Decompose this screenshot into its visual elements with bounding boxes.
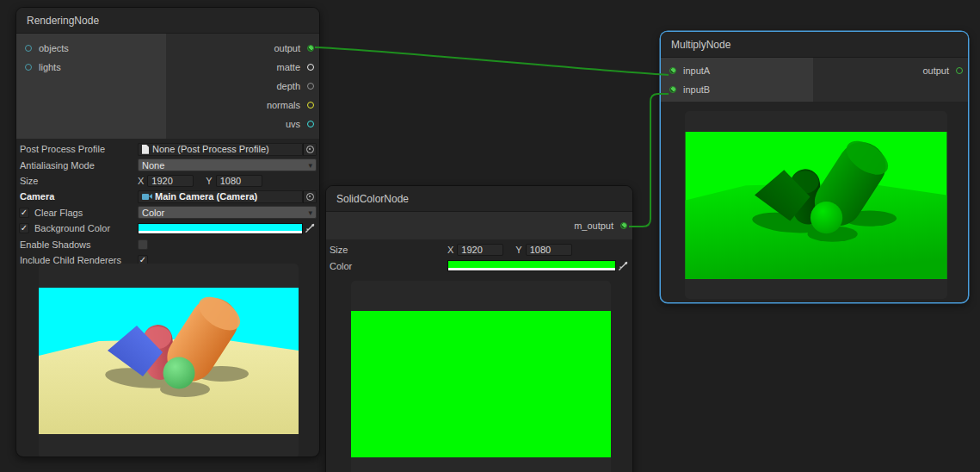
object-picker-icon xyxy=(306,146,314,153)
port-output-icon[interactable] xyxy=(307,45,314,52)
port-inputB-icon[interactable] xyxy=(669,86,676,93)
solid-size-x-input[interactable] xyxy=(457,244,503,256)
port-inputA-icon[interactable] xyxy=(669,67,676,74)
prop-background-color: ✓ Background Color xyxy=(16,220,319,236)
port-depth-icon[interactable] xyxy=(307,83,314,90)
post-process-profile-picker[interactable] xyxy=(303,143,317,156)
multiply-node-ports: inputA inputB output xyxy=(661,58,968,102)
solid-size-y-input[interactable] xyxy=(526,244,572,256)
camera-picker[interactable] xyxy=(303,190,317,203)
port-inputA[interactable]: inputA xyxy=(661,61,813,80)
camera-icon xyxy=(142,193,152,201)
prop-solid-color: Color xyxy=(326,258,632,273)
port-matte[interactable]: matte xyxy=(166,58,319,77)
background-color-checkbox[interactable]: ✓ xyxy=(19,223,29,233)
prop-clear-flags: ✓ Clear Flags Color ▾ xyxy=(16,205,319,220)
port-depth[interactable]: depth xyxy=(166,77,319,96)
multiply-node-preview xyxy=(685,111,947,299)
solid-color-ports: m_output xyxy=(326,212,632,239)
rendering-output-panel: output matte depth normals uvs xyxy=(166,34,319,139)
eyedropper-icon[interactable] xyxy=(616,260,630,272)
rendering-node-header[interactable]: RenderingNode xyxy=(16,8,319,34)
object-picker-icon xyxy=(306,193,314,201)
size-x-input[interactable] xyxy=(147,175,194,187)
port-normals-icon[interactable] xyxy=(307,102,314,109)
rendering-node-title: RenderingNode xyxy=(27,15,99,27)
chevron-down-icon: ▾ xyxy=(308,161,312,170)
solid-color-node-title: SolidColorNode xyxy=(336,193,409,205)
multiply-input-panel: inputA inputB xyxy=(661,58,813,102)
solid-color-node-preview xyxy=(351,281,611,472)
prop-post-process-profile: Post Process Profile None (Post Process … xyxy=(16,141,319,157)
prop-camera: Camera Main Camera (Camera) xyxy=(16,189,319,204)
port-lights[interactable]: lights xyxy=(16,58,166,77)
multiply-output-panel: output xyxy=(813,58,968,102)
enable-shadows-checkbox[interactable] xyxy=(138,239,148,250)
multiply-node-header[interactable]: MultiplyNode xyxy=(661,32,968,58)
solid-color-properties: Size X Y Color xyxy=(326,239,632,274)
rendering-node[interactable]: RenderingNode objects lights output xyxy=(15,7,320,457)
prop-enable-shadows: Enable Shadows xyxy=(16,236,319,252)
port-objects-icon[interactable] xyxy=(25,45,32,52)
port-m-output-icon[interactable] xyxy=(620,222,627,229)
clear-flags-dropdown[interactable]: Color ▾ xyxy=(138,206,317,219)
solid-color-image xyxy=(351,311,611,457)
port-uvs-icon[interactable] xyxy=(307,121,314,127)
solid-color-node-header[interactable]: SolidColorNode xyxy=(326,186,632,212)
rendering-input-panel: objects lights xyxy=(16,34,166,139)
chevron-down-icon: ▾ xyxy=(308,208,312,217)
port-objects[interactable]: objects xyxy=(16,39,166,58)
background-color-swatch[interactable] xyxy=(138,223,303,234)
antialiasing-mode-dropdown[interactable]: None ▾ xyxy=(138,158,317,171)
eyedropper-icon[interactable] xyxy=(303,222,317,234)
port-uvs[interactable]: uvs xyxy=(166,115,319,134)
document-icon xyxy=(142,145,149,154)
node-graph-canvas[interactable]: RenderingNode objects lights output xyxy=(0,0,980,472)
rendered-scene-image xyxy=(39,288,299,434)
prop-solid-size: Size X Y xyxy=(326,242,632,258)
port-lights-icon[interactable] xyxy=(25,64,32,71)
solid-color-node[interactable]: SolidColorNode m_output Size X Y Color xyxy=(325,185,633,472)
rendering-node-properties: Post Process Profile None (Post Process … xyxy=(16,139,319,268)
multiply-node[interactable]: MultiplyNode inputA inputB output xyxy=(660,31,969,303)
port-m-output[interactable]: m_output xyxy=(326,216,632,235)
size-y-input[interactable] xyxy=(216,175,262,187)
port-multiply-output[interactable]: output xyxy=(813,61,968,80)
post-process-profile-field[interactable]: None (Post Process Profile) xyxy=(138,143,303,156)
port-output[interactable]: output xyxy=(166,39,319,58)
rendering-node-ports: objects lights output matte depth xyxy=(16,34,319,139)
prop-size: Size X Y xyxy=(16,173,319,189)
clear-flags-checkbox[interactable]: ✓ xyxy=(19,208,29,218)
port-normals[interactable]: normals xyxy=(166,96,319,115)
solid-color-swatch[interactable] xyxy=(447,260,616,271)
multiplied-scene-image xyxy=(685,132,947,279)
edge-output-to-inputA[interactable] xyxy=(315,47,669,75)
port-matte-icon[interactable] xyxy=(307,64,314,71)
port-inputB[interactable]: inputB xyxy=(661,80,813,99)
port-multiply-output-icon[interactable] xyxy=(956,67,963,74)
rendering-node-preview xyxy=(39,264,299,457)
prop-antialiasing-mode: Antialiasing Mode None ▾ xyxy=(16,157,319,172)
camera-field[interactable]: Main Camera (Camera) xyxy=(138,190,303,203)
multiply-node-title: MultiplyNode xyxy=(671,39,730,51)
